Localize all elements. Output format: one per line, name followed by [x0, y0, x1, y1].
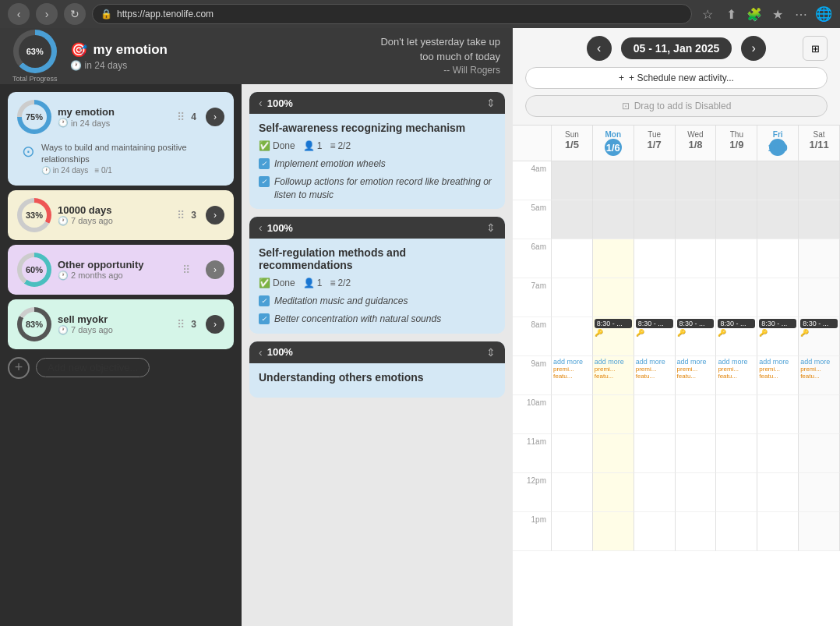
cal-cell-wed-6am[interactable] [676, 239, 717, 278]
cal-cell-sun-12pm[interactable] [552, 473, 593, 512]
kr-checkbox[interactable]: ✓ [259, 295, 270, 306]
cal-cell-wed-1pm[interactable] [676, 512, 717, 551]
cal-cell-sun-5am[interactable] [552, 200, 593, 239]
cal-cell-mon-1pm[interactable] [593, 512, 634, 551]
kr-checkbox[interactable]: ✓ [259, 176, 270, 187]
cal-cell-sat-8am[interactable]: 8:30 - ... 🔑 [799, 317, 840, 356]
schedule-activity-button[interactable]: + + Schedule new activity... [525, 67, 828, 89]
cal-cell-fri-5am[interactable] [757, 200, 799, 239]
cal-cell-sun-7am[interactable] [552, 278, 593, 317]
cal-cell-wed-4am[interactable] [676, 161, 717, 200]
cal-cell-sun-9am[interactable]: add more premi... featu... [552, 356, 593, 395]
cal-cell-wed-12pm[interactable] [676, 473, 717, 512]
cal-cell-tue-12pm[interactable] [634, 473, 676, 512]
obj-expand-button[interactable]: › [206, 315, 224, 334]
cal-cell-fri-4am[interactable] [757, 161, 799, 200]
refresh-button[interactable]: ↻ [64, 3, 86, 25]
cal-cell-wed-8am[interactable]: 8:30 - ... 🔑 [676, 317, 717, 356]
kr-prev-button[interactable]: ‹ [259, 97, 263, 109]
obj-expand-button[interactable]: › [206, 206, 224, 225]
cal-cell-sat-10am[interactable] [799, 395, 840, 434]
favorites-button[interactable]: ★ [768, 5, 787, 23]
cal-cell-sat-11am[interactable] [799, 434, 840, 473]
cal-cell-thu-12pm[interactable] [716, 473, 757, 512]
cal-cell-wed-10am[interactable] [676, 395, 717, 434]
cal-add-event[interactable]: add more [759, 358, 796, 366]
drag-handle-icon[interactable]: ⠿ [182, 263, 190, 276]
cal-cell-mon-8am[interactable]: 8:30 - ... 🔑 [593, 317, 634, 356]
cal-cell-sat-4am[interactable] [799, 161, 840, 200]
add-objective-button[interactable]: Add new objective... [36, 358, 150, 377]
cal-cell-thu-8am[interactable]: 8:30 - ... 🔑 [716, 317, 757, 356]
cal-event[interactable]: 8:30 - ... [718, 319, 755, 328]
cal-cell-tue-6am[interactable] [634, 239, 676, 278]
cal-cell-fri-11am[interactable] [757, 434, 799, 473]
cal-cell-fri-1pm[interactable] [757, 512, 799, 551]
cal-add-event[interactable]: add more [553, 358, 591, 366]
cal-cell-tue-9am[interactable]: add more premi... featu... [634, 356, 676, 395]
cal-add-event[interactable]: add more [595, 358, 632, 366]
kr-checkbox[interactable]: ✓ [259, 158, 270, 169]
cal-cell-fri-9am[interactable]: add more premi... featu... [757, 356, 799, 395]
cal-cell-sat-1pm[interactable] [799, 512, 840, 551]
cal-cell-mon-7am[interactable] [593, 278, 634, 317]
cal-cell-thu-7am[interactable] [716, 278, 757, 317]
url-bar[interactable]: 🔒 https://app.tenolife.com [92, 4, 692, 24]
cal-cell-thu-1pm[interactable] [716, 512, 757, 551]
cal-cell-fri-10am[interactable] [757, 395, 799, 434]
cal-cell-mon-6am[interactable] [593, 239, 634, 278]
cal-cell-mon-5am[interactable] [593, 200, 634, 239]
cal-cell-sun-8am[interactable] [552, 317, 593, 356]
drag-handle-icon[interactable]: ⠿ [177, 209, 185, 221]
cal-cell-wed-5am[interactable] [676, 200, 717, 239]
cal-cell-tue-11am[interactable] [634, 434, 676, 473]
cal-add-event[interactable]: add more [718, 358, 755, 366]
cal-add-event[interactable]: add more [636, 358, 673, 366]
kr-expand-button[interactable]: ⇕ [486, 97, 496, 109]
cal-cell-sat-12pm[interactable] [799, 473, 840, 512]
kr-expand-button[interactable]: ⇕ [486, 346, 496, 359]
cal-add-event[interactable]: add more [677, 358, 715, 366]
cal-cell-tue-4am[interactable] [634, 161, 676, 200]
cal-cell-fri-8am[interactable]: 8:30 - ... 🔑 [757, 317, 799, 356]
cal-cell-sun-6am[interactable] [552, 239, 593, 278]
cal-event[interactable]: 8:30 - ... [800, 319, 838, 328]
cal-add-event[interactable]: add more [800, 358, 838, 366]
cal-event[interactable]: 8:30 - ... [636, 319, 673, 328]
drag-disabled-button[interactable]: ⊡ Drag to add is Disabled [525, 95, 828, 117]
cal-cell-thu-9am[interactable]: add more premi... featu... [716, 356, 757, 395]
calendar-settings-button[interactable]: ⊞ [803, 36, 828, 61]
cal-cell-tue-1pm[interactable] [634, 512, 676, 551]
drag-handle-icon[interactable]: ⠿ [177, 111, 185, 123]
cal-cell-sun-1pm[interactable] [552, 512, 593, 551]
cal-cell-sun-4am[interactable] [552, 161, 593, 200]
cal-cell-tue-8am[interactable]: 8:30 - ... 🔑 [634, 317, 676, 356]
cal-cell-mon-10am[interactable] [593, 395, 634, 434]
calendar-prev-button[interactable]: ‹ [587, 36, 612, 61]
share-button[interactable]: ⬆ [722, 5, 740, 23]
kr-checkbox[interactable]: ✓ [259, 313, 270, 324]
obj-expand-button[interactable]: › [206, 108, 224, 126]
cal-cell-tue-7am[interactable] [634, 278, 676, 317]
cal-cell-wed-11am[interactable] [676, 434, 717, 473]
cal-cell-sat-9am[interactable]: add more premi... featu... [799, 356, 840, 395]
add-objective-icon-button[interactable]: + [8, 357, 30, 379]
cal-cell-mon-12pm[interactable] [593, 473, 634, 512]
cal-cell-sat-7am[interactable] [799, 278, 840, 317]
cal-cell-sun-10am[interactable] [552, 395, 593, 434]
cal-cell-mon-11am[interactable] [593, 434, 634, 473]
cal-cell-thu-6am[interactable] [716, 239, 757, 278]
star-button[interactable]: ☆ [698, 5, 717, 23]
cal-cell-fri-12pm[interactable] [757, 473, 799, 512]
back-button[interactable]: ‹ [8, 3, 30, 25]
drag-handle-icon[interactable]: ⠿ [177, 318, 185, 331]
cal-cell-mon-4am[interactable] [593, 161, 634, 200]
cal-cell-fri-7am[interactable] [757, 278, 799, 317]
cal-cell-thu-10am[interactable] [716, 395, 757, 434]
menu-button[interactable]: ⋯ [792, 5, 810, 23]
kr-prev-button[interactable]: ‹ [259, 221, 263, 234]
kr-expand-button[interactable]: ⇕ [486, 221, 496, 234]
cal-cell-sat-5am[interactable] [799, 200, 840, 239]
cal-cell-wed-9am[interactable]: add more premi... featu... [676, 356, 717, 395]
cal-cell-thu-5am[interactable] [716, 200, 757, 239]
